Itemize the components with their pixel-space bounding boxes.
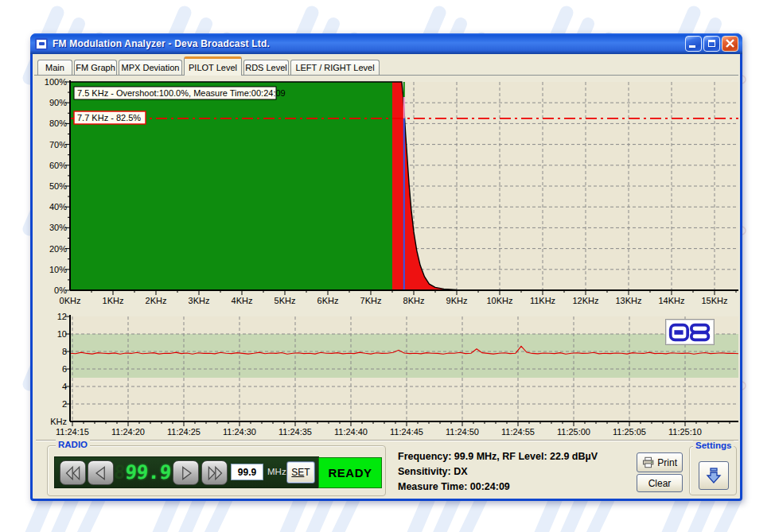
svg-text:12KHz: 12KHz — [572, 296, 598, 305]
svg-text:5KHz: 5KHz — [275, 296, 296, 305]
svg-text:100%: 100% — [45, 77, 67, 87]
settings-group-label: Settings — [693, 441, 734, 450]
svg-text:8: 8 — [62, 347, 67, 356]
svg-text:11:24:50: 11:24:50 — [446, 427, 479, 437]
settings-group: Settings — [689, 446, 737, 495]
svg-text:20%: 20% — [49, 244, 67, 254]
svg-text:KHz: KHz — [50, 417, 67, 426]
svg-text:11:24:40: 11:24:40 — [334, 427, 368, 437]
step-down-button[interactable] — [88, 460, 114, 485]
pilot-trend-svg: 12108642KHz11:24:1511:24:2011:24:2511:24… — [38, 311, 742, 445]
svg-text:11:24:30: 11:24:30 — [223, 427, 256, 437]
svg-text:80%: 80% — [49, 118, 67, 128]
svg-text:4KHz: 4KHz — [232, 296, 253, 305]
print-button[interactable]: Print — [637, 452, 683, 472]
tab-mpx-deviation[interactable]: MPX Deviation — [119, 60, 182, 75]
svg-text:10: 10 — [57, 329, 67, 339]
titlebar[interactable]: FM Modulation Analyzer - Deva Broadcast … — [30, 33, 742, 54]
tabstrip-baseline — [34, 75, 738, 76]
tab-pilot-level[interactable]: PILOT Level — [184, 56, 242, 76]
down-arrow-icon — [704, 466, 723, 485]
svg-text:6: 6 — [62, 364, 67, 374]
app-window: FM Modulation Analyzer - Deva Broadcast … — [30, 33, 742, 501]
pilot-spectrum-svg: 100%90%80%70%60%50%40%30%20%10%0%0KHz1KH… — [38, 77, 742, 309]
status-indicator: READY — [318, 457, 382, 488]
desktop-background: FM Modulation Analyzer - Deva Broadcast … — [0, 0, 775, 532]
tab-fm-graph[interactable]: FM Graph — [74, 60, 117, 75]
settings-button[interactable] — [699, 461, 729, 490]
db-logo-icon — [668, 321, 712, 344]
svg-text:7KHz: 7KHz — [360, 296, 382, 305]
svg-text:15KHz: 15KHz — [701, 296, 727, 305]
svg-text:60%: 60% — [49, 161, 67, 170]
svg-text:6KHz: 6KHz — [317, 296, 339, 305]
window-title: FM Modulation Analyzer - Deva Broadcast … — [53, 38, 270, 49]
info-measure-time: Measure Time: 00:24:09 — [398, 480, 645, 495]
limit-band — [70, 334, 738, 378]
panel-separator — [36, 440, 738, 441]
close-button[interactable] — [722, 36, 738, 52]
svg-text:11:24:35: 11:24:35 — [278, 427, 312, 437]
svg-text:8KHz: 8KHz — [403, 296, 425, 305]
right-arrow-icon — [175, 464, 197, 482]
info-sensitivity: Sensitivity: DX — [398, 464, 645, 480]
left-arrow-icon — [90, 464, 112, 482]
tuner-panel: 899.9 MHz SET — [54, 456, 319, 488]
svg-text:11:24:20: 11:24:20 — [111, 427, 145, 437]
frequency-input[interactable] — [231, 464, 263, 480]
double-left-arrow-icon — [62, 464, 84, 482]
svg-text:2: 2 — [62, 399, 67, 409]
radio-group-label: RADIO — [56, 440, 90, 449]
annotation-overshoot: 7.5 KHz - Overshoot:100.0%, Measure Time… — [74, 87, 286, 99]
svg-text:1KHz: 1KHz — [103, 296, 124, 305]
svg-text:14KHz: 14KHz — [658, 296, 684, 305]
app-icon — [35, 38, 48, 50]
svg-text:90%: 90% — [49, 98, 67, 107]
info-frequency-rf: Frequency: 99.9 MHz, RF Level: 22.9 dBµV — [398, 449, 645, 464]
double-right-arrow-icon — [204, 464, 226, 482]
measurement-info: Frequency: 99.9 MHz, RF Level: 22.9 dBµV… — [398, 449, 645, 495]
close-icon — [722, 37, 738, 51]
svg-text:7.5 KHz - Overshoot:100.0%, Me: 7.5 KHz - Overshoot:100.0%, Measure Time… — [77, 88, 286, 98]
frequency-display: 899.9 — [113, 459, 173, 486]
seek-up-button[interactable] — [201, 460, 228, 485]
clear-button[interactable]: Clear — [637, 474, 683, 492]
svg-text:10%: 10% — [49, 265, 67, 274]
svg-text:40%: 40% — [49, 202, 67, 212]
step-up-button[interactable] — [173, 460, 199, 485]
svg-text:30%: 30% — [49, 223, 67, 232]
tab-main[interactable]: Main — [37, 60, 72, 75]
svg-text:2KHz: 2KHz — [146, 296, 167, 305]
set-button[interactable]: SET — [286, 461, 315, 483]
svg-text:0KHz: 0KHz — [60, 296, 81, 305]
svg-text:11:24:45: 11:24:45 — [390, 427, 423, 437]
svg-text:0%: 0% — [54, 285, 67, 295]
svg-text:3KHz: 3KHz — [189, 296, 210, 305]
minimize-button[interactable] — [685, 36, 702, 52]
annotation-marker-value: 7.7 KHz - 82.5% — [74, 111, 146, 124]
svg-text:12: 12 — [57, 312, 67, 321]
svg-text:50%: 50% — [49, 181, 67, 191]
svg-text:11:25:00: 11:25:00 — [557, 427, 590, 437]
maximize-button[interactable] — [703, 36, 720, 52]
mhz-unit-label: MHz — [267, 467, 286, 476]
seek-down-button[interactable] — [60, 460, 86, 485]
svg-text:11KHz: 11KHz — [530, 296, 555, 305]
svg-text:11:24:25: 11:24:25 — [167, 427, 201, 437]
pilot-trend-chart: 12108642KHz11:24:1511:24:2011:24:2511:24… — [38, 311, 742, 448]
svg-text:11:25:10: 11:25:10 — [668, 427, 702, 437]
svg-text:11:24:55: 11:24:55 — [501, 427, 535, 437]
svg-text:7.7 KHz - 82.5%: 7.7 KHz - 82.5% — [77, 113, 141, 122]
pilot-spectrum-chart: 100%90%80%70%60%50%40%30%20%10%0%0KHz1KH… — [38, 77, 742, 313]
svg-text:11:25:05: 11:25:05 — [613, 427, 646, 437]
tab-left-right-level[interactable]: LEFT / RIGHT Level — [290, 60, 380, 75]
svg-text:10KHz: 10KHz — [486, 296, 512, 305]
svg-text:70%: 70% — [49, 140, 67, 150]
printer-icon — [642, 456, 654, 468]
svg-text:4: 4 — [62, 382, 67, 391]
tab-rds-level[interactable]: RDS Level — [243, 60, 289, 75]
svg-text:11:24:15: 11:24:15 — [56, 427, 89, 437]
deva-db-logo — [665, 319, 715, 345]
svg-text:13KHz: 13KHz — [615, 296, 641, 305]
svg-text:9KHz: 9KHz — [446, 296, 468, 305]
